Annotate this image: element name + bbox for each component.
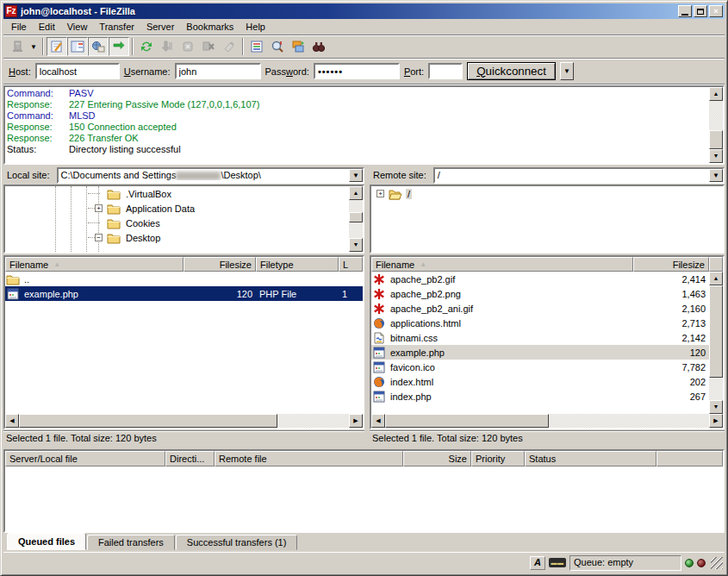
process-queue-button[interactable] <box>157 37 177 56</box>
table-row[interactable]: index.php 267 <box>371 389 709 404</box>
remote-list-hscrollbar[interactable]: ◀ ▶ <box>371 414 723 428</box>
tree-item-cookies[interactable]: Cookies <box>5 216 349 230</box>
scroll-up-icon[interactable]: ▲ <box>709 87 723 101</box>
table-row[interactable]: favicon.ico 7,782 <box>371 360 709 374</box>
tab-failed-transfers[interactable]: Failed transfers <box>87 535 175 550</box>
remote-header-filename[interactable]: Filename▲ <box>371 257 633 272</box>
scroll-thumb[interactable] <box>709 130 723 149</box>
scroll-track[interactable] <box>349 200 363 212</box>
directory-comparison-button[interactable] <box>308 37 329 56</box>
remote-list-scrollbar[interactable]: ▲ ▼ <box>709 272 723 414</box>
table-row[interactable]: index.html 202 <box>371 374 709 389</box>
tree-item-root[interactable]: + / <box>371 186 723 201</box>
menu-server[interactable]: Server <box>140 20 180 34</box>
scroll-thumb[interactable] <box>19 414 277 428</box>
speed-limit-icon[interactable]: ▬▬ <box>549 558 566 567</box>
menu-transfer[interactable]: Transfer <box>93 20 140 34</box>
local-path-combobox[interactable]: C:\Documents and Settings\Desktop\ ▼ <box>57 167 364 184</box>
scroll-thumb[interactable] <box>349 212 363 222</box>
local-list-hscrollbar[interactable]: ◀ ▶ <box>5 414 363 428</box>
scroll-right-icon[interactable]: ▶ <box>349 414 363 428</box>
file-search-button[interactable] <box>267 37 288 56</box>
site-manager-dropdown[interactable]: ▼ <box>28 37 40 56</box>
table-row-selected[interactable]: example.php 120 <box>371 345 709 360</box>
refresh-button[interactable] <box>136 37 157 56</box>
scroll-track[interactable] <box>349 222 363 238</box>
table-row[interactable]: apache_pb2.png 1,463 <box>371 286 709 301</box>
title-bar[interactable]: Fz john@localhost - FileZilla × <box>3 3 725 19</box>
scroll-thumb[interactable] <box>385 414 549 428</box>
toggle-remote-tree-button[interactable] <box>88 37 109 56</box>
site-manager-button[interactable] <box>7 37 28 56</box>
password-input[interactable] <box>314 63 400 79</box>
scroll-left-icon[interactable]: ◀ <box>5 414 19 428</box>
disconnect-button[interactable] <box>198 37 219 56</box>
quickconnect-button[interactable]: Quickconnect <box>467 62 556 80</box>
queue-header-status[interactable]: Status <box>525 451 656 466</box>
transfer-type-ascii-icon[interactable]: A <box>530 556 545 570</box>
chevron-down-icon[interactable]: ▼ <box>709 169 723 182</box>
quickconnect-dropdown[interactable]: ▼ <box>560 62 574 80</box>
table-row[interactable]: applications.html 2,713 <box>371 316 709 330</box>
local-header-lastmodified[interactable]: L <box>339 257 363 272</box>
tree-item-virtualbox[interactable]: .VirtualBox <box>5 186 349 201</box>
minimize-button[interactable] <box>678 5 692 17</box>
collapse-minus-icon[interactable]: − <box>95 234 103 241</box>
filter-button[interactable] <box>246 37 267 56</box>
scroll-up-icon[interactable]: ▲ <box>709 272 723 285</box>
menu-file[interactable]: File <box>5 20 33 34</box>
chevron-down-icon[interactable]: ▼ <box>349 169 363 182</box>
scroll-thumb[interactable] <box>709 285 723 378</box>
queue-header-remote-file[interactable]: Remote file <box>215 451 403 466</box>
local-tree-scrollbar[interactable]: ▲ ▼ <box>349 186 363 252</box>
tree-item-desktop[interactable]: − Desktop <box>5 230 349 245</box>
close-button[interactable]: × <box>709 5 723 17</box>
scroll-track[interactable] <box>709 101 723 130</box>
tab-queued-files[interactable]: Queued files <box>7 533 86 550</box>
host-input[interactable] <box>35 63 120 79</box>
queue-header-server-local-file[interactable]: Server/Local file <box>5 451 165 466</box>
scroll-down-icon[interactable]: ▼ <box>709 149 723 163</box>
username-input[interactable] <box>175 63 261 79</box>
queue-header-size[interactable]: Size <box>403 451 471 466</box>
scroll-down-icon[interactable]: ▼ <box>709 400 723 414</box>
tree-item-application-data[interactable]: + Application Data <box>5 201 349 216</box>
local-header-filesize[interactable]: Filesize <box>184 257 256 272</box>
synchronized-browsing-button[interactable] <box>288 37 308 56</box>
toggle-local-tree-button[interactable] <box>67 37 88 56</box>
menu-help[interactable]: Help <box>240 20 271 34</box>
remote-header-filesize[interactable]: Filesize <box>633 257 709 272</box>
table-row[interactable]: apache_pb2.gif 2,414 <box>371 272 709 286</box>
resize-grip[interactable] <box>711 557 723 569</box>
queue-header-priority[interactable]: Priority <box>471 451 525 466</box>
scroll-up-icon[interactable]: ▲ <box>349 186 363 200</box>
port-input[interactable] <box>428 63 463 79</box>
log-scrollbar[interactable]: ▲ ▼ <box>709 87 723 163</box>
menu-view[interactable]: View <box>61 20 94 34</box>
scroll-down-icon[interactable]: ▼ <box>349 238 363 252</box>
scroll-left-icon[interactable]: ◀ <box>371 414 385 428</box>
reconnect-button[interactable] <box>219 37 240 56</box>
remote-path-combobox[interactable]: / ▼ <box>433 167 725 184</box>
menu-bookmarks[interactable]: Bookmarks <box>180 20 240 34</box>
queue-header-direction[interactable]: Directi... <box>165 451 215 466</box>
table-row[interactable]: bitnami.css 2,142 <box>371 330 709 345</box>
table-row[interactable]: apache_pb2_ani.gif 2,160 <box>371 301 709 316</box>
expand-plus-icon[interactable]: + <box>95 204 103 212</box>
toggle-message-log-button[interactable] <box>47 37 67 56</box>
scroll-track[interactable] <box>277 414 349 428</box>
expand-plus-icon[interactable]: + <box>376 190 384 197</box>
toggle-queue-button[interactable] <box>109 37 129 56</box>
scroll-track[interactable] <box>549 414 709 428</box>
tab-successful-transfers[interactable]: Successful transfers (1) <box>176 535 298 550</box>
table-row-selected[interactable]: example.php 120 PHP File 1 <box>5 286 363 301</box>
scroll-track[interactable] <box>709 378 723 400</box>
queue-empty-area[interactable] <box>5 466 723 531</box>
menu-edit[interactable]: Edit <box>33 20 61 34</box>
local-header-filetype[interactable]: Filetype <box>256 257 339 272</box>
local-header-filename[interactable]: Filename▲ <box>5 257 184 272</box>
cancel-operation-button[interactable] <box>177 37 198 56</box>
table-row[interactable]: .. <box>5 272 363 286</box>
maximize-button[interactable] <box>694 5 707 17</box>
scroll-right-icon[interactable]: ▶ <box>709 414 723 428</box>
